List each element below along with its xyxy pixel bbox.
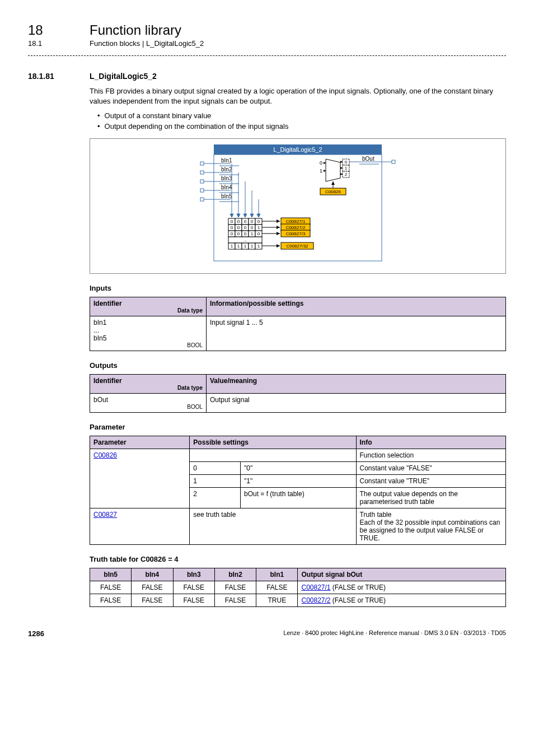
svg-marker-101 bbox=[324, 170, 326, 172]
svg-marker-105 bbox=[340, 167, 343, 169]
bullet-item: Output of a constant binary value bbox=[97, 111, 506, 120]
svg-rect-19 bbox=[200, 198, 204, 201]
svg-text:1: 1 bbox=[257, 225, 260, 230]
output-value: Output signal bbox=[207, 394, 506, 413]
ps-num: 0 bbox=[190, 462, 241, 475]
block-diagram: L_DigitalLogic5_2 bIn1 bIn2 bbox=[90, 138, 506, 274]
truth-row: 0 0 0 0 1 C00827/2 bbox=[228, 224, 310, 231]
section-intro: This FB provides a binary output signal … bbox=[90, 86, 506, 106]
svg-marker-98 bbox=[324, 162, 326, 164]
col-datatype: Data type bbox=[93, 307, 203, 314]
ps-text: "0" bbox=[240, 462, 356, 475]
subchapter-title: Function blocks | L_DigitalLogic5_2 bbox=[90, 39, 204, 48]
truth-tail: (FALSE or TRUE) bbox=[331, 584, 386, 591]
outputs-heading: Outputs bbox=[90, 361, 506, 370]
ps-text: see truth table bbox=[190, 508, 356, 545]
svg-text:0: 0 bbox=[345, 160, 348, 165]
svg-marker-43 bbox=[277, 220, 280, 223]
output-datatype: BOOL bbox=[93, 404, 203, 410]
ps-num: 2 bbox=[190, 488, 241, 508]
svg-marker-71 bbox=[277, 232, 280, 235]
svg-text:0: 0 bbox=[257, 231, 260, 236]
parameter-heading: Parameter bbox=[90, 423, 506, 431]
svg-text:bIn5: bIn5 bbox=[221, 193, 232, 199]
section-title: L_DigitalLogic5_2 bbox=[90, 72, 157, 81]
col-bin3: bIn3 bbox=[173, 568, 214, 581]
svg-marker-87 bbox=[277, 244, 280, 248]
section-number: 18.1.81 bbox=[28, 72, 90, 81]
truth-table: bIn5 bIn4 bIn3 bIn2 bIn1 Output signal b… bbox=[90, 568, 506, 607]
svg-text:0: 0 bbox=[237, 231, 240, 236]
col-identifier: Identifier bbox=[93, 377, 203, 385]
parameter-table: Parameter Possible settings Info C00826 … bbox=[90, 436, 506, 545]
svg-text:0: 0 bbox=[251, 219, 254, 224]
svg-text:bOut: bOut bbox=[362, 156, 374, 162]
col-bin2: bIn2 bbox=[214, 568, 256, 581]
svg-text:0: 0 bbox=[237, 219, 240, 224]
svg-text:bIn3: bIn3 bbox=[221, 175, 232, 181]
truth-row-ellipsis: ... bbox=[228, 237, 262, 243]
svg-marker-103 bbox=[340, 161, 343, 163]
svg-text:0: 0 bbox=[231, 231, 233, 236]
svg-text:C00827/32: C00827/32 bbox=[286, 244, 308, 249]
svg-text:0: 0 bbox=[237, 225, 240, 230]
col-info: Info bbox=[356, 436, 506, 449]
chapter-number: 18 bbox=[28, 22, 90, 38]
svg-text:1: 1 bbox=[231, 244, 233, 249]
truth-code-link[interactable]: C00827/2 bbox=[301, 596, 330, 604]
svg-text:...: ... bbox=[243, 237, 247, 242]
ps-info: Truth table Each of the 32 possible inpu… bbox=[356, 508, 506, 545]
diagram-input: bIn1 bbox=[200, 157, 239, 166]
svg-marker-31 bbox=[257, 214, 260, 217]
ps-info: Constant value "TRUE" bbox=[356, 475, 506, 488]
svg-text:1: 1 bbox=[345, 166, 348, 171]
svg-rect-113 bbox=[392, 160, 395, 164]
truth-tail: (FALSE or TRUE) bbox=[331, 596, 386, 604]
input-info: Input signal 1 ... 5 bbox=[207, 316, 506, 351]
ps-info: Constant value "FALSE" bbox=[356, 462, 506, 475]
svg-text:C00827/2: C00827/2 bbox=[286, 225, 306, 230]
svg-rect-11 bbox=[200, 180, 204, 183]
svg-rect-7 bbox=[200, 171, 204, 174]
svg-marker-29 bbox=[243, 214, 247, 217]
svg-text:0: 0 bbox=[231, 219, 233, 224]
diagram-input: bIn5 bbox=[200, 193, 239, 202]
col-possible-settings: Possible settings bbox=[190, 436, 356, 449]
bullet-item: Output depending on the combination of t… bbox=[97, 122, 506, 130]
col-output: Output signal bOut bbox=[298, 568, 506, 581]
diagram-input: bIn3 bbox=[200, 175, 239, 184]
svg-text:0: 0 bbox=[244, 225, 247, 230]
svg-text:1: 1 bbox=[237, 244, 240, 249]
svg-text:2: 2 bbox=[345, 172, 348, 177]
svg-text:0: 0 bbox=[231, 225, 233, 230]
ps-num: 1 bbox=[190, 475, 241, 488]
svg-marker-28 bbox=[237, 214, 240, 217]
diagram-title: L_DigitalLogic5_2 bbox=[273, 146, 322, 153]
param-code-link[interactable]: C00826 bbox=[93, 451, 117, 459]
param-code-link[interactable]: C00827 bbox=[93, 511, 117, 519]
svg-text:0: 0 bbox=[320, 160, 322, 166]
col-parameter: Parameter bbox=[90, 436, 190, 449]
svg-marker-30 bbox=[250, 214, 254, 217]
svg-text:C00827/3: C00827/3 bbox=[286, 231, 306, 236]
ps-info: The output value depends on the paramete… bbox=[356, 488, 506, 508]
diagram-input: bIn4 bbox=[200, 184, 239, 193]
svg-marker-57 bbox=[277, 226, 280, 229]
input-id: bIn1 bbox=[93, 319, 203, 326]
col-info: Information/possible settings bbox=[207, 297, 506, 316]
svg-text:1: 1 bbox=[257, 244, 260, 249]
truth-row: 0 0 0 0 0 C00827/1 bbox=[228, 218, 310, 225]
svg-rect-3 bbox=[200, 162, 204, 165]
truth-code-link[interactable]: C00827/1 bbox=[301, 584, 330, 591]
svg-text:1: 1 bbox=[244, 244, 247, 249]
svg-marker-27 bbox=[230, 214, 233, 217]
ps-text: bOut = f (truth table) bbox=[240, 488, 356, 508]
col-identifier: Identifier bbox=[93, 300, 203, 307]
svg-text:bIn1: bIn1 bbox=[221, 157, 232, 164]
svg-text:0: 0 bbox=[244, 219, 247, 224]
inputs-heading: Inputs bbox=[90, 284, 506, 292]
col-bin1: bIn1 bbox=[256, 568, 298, 581]
truth-row: 0 0 0 1 0 C00827/3 bbox=[228, 230, 310, 237]
diagram-output: bOut bbox=[349, 156, 395, 164]
svg-text:0: 0 bbox=[257, 219, 260, 224]
